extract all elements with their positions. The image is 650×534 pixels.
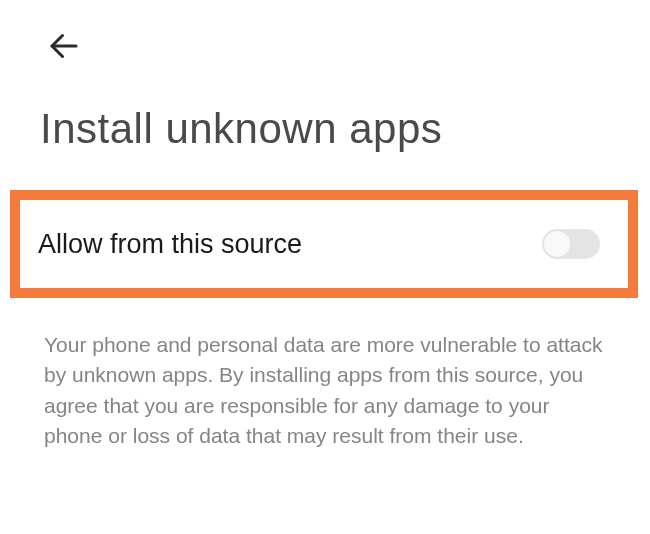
back-arrow-icon: [46, 28, 82, 68]
toggle-knob: [544, 231, 570, 257]
setting-row-highlight: Allow from this source: [10, 190, 638, 298]
page-title: Install unknown apps: [40, 105, 442, 153]
warning-text: Your phone and personal data are more vu…: [44, 330, 604, 452]
allow-source-toggle[interactable]: [542, 229, 600, 259]
setting-label: Allow from this source: [38, 229, 302, 260]
back-button[interactable]: [46, 30, 82, 66]
